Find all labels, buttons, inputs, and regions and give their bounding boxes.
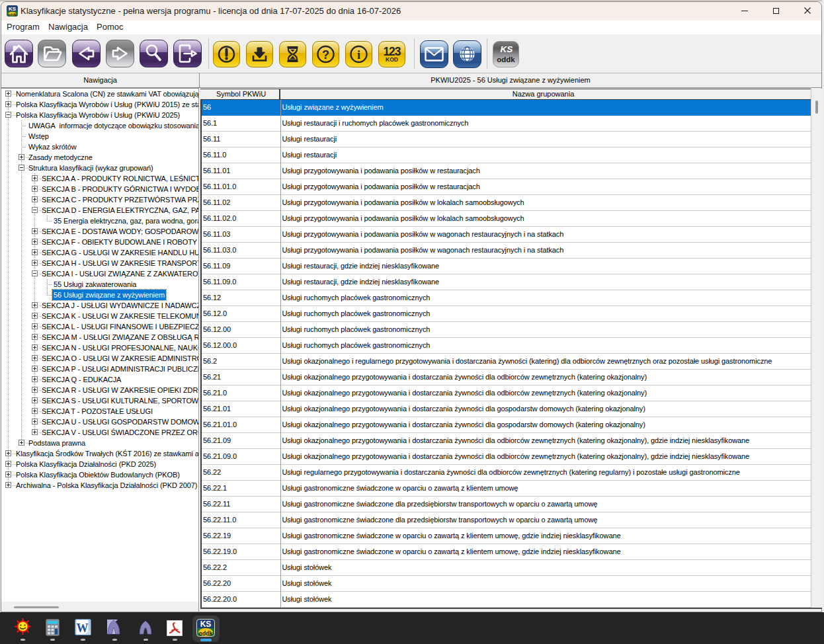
- svg-text:W: W: [77, 622, 89, 635]
- svg-text:KS: KS: [200, 620, 212, 629]
- svg-text:KS: KS: [501, 44, 513, 54]
- svg-text:KOD: KOD: [386, 56, 398, 63]
- svg-text:oddk: oddk: [8, 13, 17, 17]
- svg-text:KS: KS: [9, 6, 17, 12]
- svg-text:i: i: [357, 48, 360, 61]
- svg-text:?: ?: [322, 48, 329, 61]
- svg-text:oddk: oddk: [497, 56, 515, 63]
- svg-text:oddk: oddk: [199, 630, 213, 637]
